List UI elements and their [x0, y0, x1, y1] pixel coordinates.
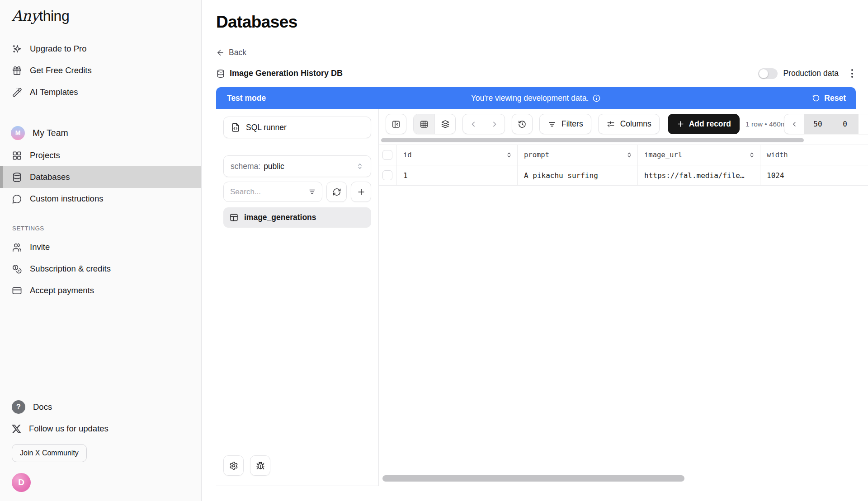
- sidebar-item-get-free-credits[interactable]: Get Free Credits: [0, 60, 201, 81]
- previous-page-button[interactable]: [784, 114, 804, 134]
- cell-width[interactable]: 1024: [760, 165, 868, 185]
- horizontal-scrollbar-top: [381, 138, 865, 142]
- select-all-checkbox[interactable]: [382, 150, 392, 160]
- panel-left-close-icon: [392, 120, 401, 129]
- sidebar-nav: Upgrade to Pro Get Free Credits AI Templ…: [0, 38, 201, 301]
- workspace: SQL runner schema: public: [216, 109, 868, 486]
- gift-icon: [12, 66, 22, 76]
- sidebar-item-databases[interactable]: Databases: [0, 166, 201, 188]
- sidebar-bottom: ? Docs Follow us for updates Join X Comm…: [0, 396, 201, 495]
- sql-runner-button[interactable]: SQL runner: [223, 117, 371, 138]
- next-page-button[interactable]: [859, 114, 868, 134]
- previous-row-button[interactable]: [463, 114, 484, 134]
- wand-icon: [12, 87, 22, 98]
- add-table-button[interactable]: [351, 182, 371, 202]
- gear-icon: [229, 461, 238, 470]
- test-mode-banner: Test mode You're viewing development dat…: [216, 87, 856, 109]
- add-record-button[interactable]: Add record: [668, 114, 740, 134]
- sidebar-item-label: Custom instructions: [30, 194, 103, 204]
- user-avatar[interactable]: D: [12, 473, 31, 492]
- scrollbar-thumb[interactable]: [381, 138, 804, 142]
- banner-message: You're viewing development data.: [216, 94, 856, 103]
- more-options-kebab-icon[interactable]: [849, 67, 856, 80]
- result-stats: 1 row • 460ms: [745, 120, 790, 128]
- sidebar-item-label: Databases: [30, 172, 70, 182]
- app-root: Anything Upgrade to Pro Get Free Credits…: [0, 0, 868, 501]
- brand-logo-rest: thing: [39, 8, 69, 24]
- sort-icon[interactable]: [626, 151, 633, 159]
- refresh-icon: [332, 187, 341, 197]
- column-header-image-url[interactable]: image_url: [638, 145, 760, 165]
- chevrons-up-down-icon: [356, 162, 364, 170]
- columns-button[interactable]: Columns: [598, 114, 660, 134]
- grid-header-row: id prompt image_url width: [379, 145, 868, 165]
- page-offset-value[interactable]: 0: [831, 114, 859, 134]
- file-code-icon: [231, 122, 241, 132]
- column-header-id[interactable]: id: [397, 145, 518, 165]
- filter-icon: [547, 120, 557, 129]
- table-search-row: [223, 182, 371, 202]
- back-link[interactable]: Back: [216, 48, 246, 57]
- collapse-panel-button[interactable]: [386, 114, 406, 134]
- sidebar-item-label: Invite: [30, 242, 50, 252]
- column-header-prompt[interactable]: prompt: [518, 145, 638, 165]
- layers-icon: [441, 120, 450, 129]
- column-header-width[interactable]: width: [760, 145, 868, 165]
- layers-view-button[interactable]: [434, 114, 455, 134]
- refresh-tables-button[interactable]: [326, 182, 347, 202]
- history-button[interactable]: [512, 114, 533, 134]
- data-grid: id prompt image_url width: [379, 145, 868, 186]
- sidebar-item-invite[interactable]: Invite: [0, 236, 201, 258]
- table-list-item-image-generations[interactable]: image_generations: [223, 207, 371, 228]
- cell-image-url[interactable]: https://fal.media/file…: [638, 165, 760, 185]
- sort-icon[interactable]: [748, 151, 755, 159]
- filters-label: Filters: [561, 119, 583, 129]
- team-switcher[interactable]: M My Team: [0, 121, 201, 145]
- filters-button[interactable]: Filters: [539, 114, 591, 134]
- next-row-button[interactable]: [484, 114, 505, 134]
- sidebar-item-subscription-credits[interactable]: Subscription & credits: [0, 258, 201, 280]
- settings-button[interactable]: [223, 455, 244, 476]
- users-icon: [12, 242, 22, 253]
- back-label: Back: [229, 48, 246, 57]
- debug-button[interactable]: [250, 455, 270, 476]
- table-name-label: image_generations: [244, 213, 316, 222]
- banner-message-text: You're viewing development data.: [471, 94, 589, 103]
- database-icon: [12, 172, 22, 183]
- schema-select[interactable]: schema: public: [223, 155, 371, 177]
- sidebar-item-custom-instructions[interactable]: Custom instructions: [0, 188, 201, 210]
- cell-id[interactable]: 1: [397, 165, 518, 185]
- schema-prefix: schema:: [231, 162, 260, 171]
- sidebar-item-label: Subscription & credits: [30, 264, 111, 274]
- column-name: image_url: [644, 151, 682, 159]
- production-data-label: Production data: [783, 69, 839, 78]
- sidebar-item-label: Get Free Credits: [30, 66, 92, 75]
- production-data-toggle[interactable]: [758, 68, 778, 79]
- sidebar-item-upgrade-to-pro[interactable]: Upgrade to Pro: [0, 38, 201, 60]
- database-name-label: Image Generation History DB: [230, 69, 343, 78]
- sidebar-item-label: Accept payments: [30, 286, 94, 295]
- reset-button[interactable]: Reset: [812, 94, 856, 103]
- sparkles-icon: [12, 44, 22, 54]
- team-name: My Team: [33, 128, 68, 138]
- sql-runner-label: SQL runner: [246, 123, 287, 132]
- schema-explorer-panel: SQL runner schema: public: [216, 109, 379, 486]
- sort-icon[interactable]: [505, 151, 513, 159]
- page-size-value[interactable]: 50: [804, 114, 831, 134]
- columns-label: Columns: [620, 119, 651, 129]
- join-community-button[interactable]: Join X Community: [12, 444, 87, 462]
- sidebar-item-label: Upgrade to Pro: [30, 44, 86, 54]
- horizontal-scrollbar-bottom[interactable]: [382, 475, 684, 482]
- table-view-button[interactable]: [414, 114, 434, 134]
- sidebar-item-docs[interactable]: ? Docs: [0, 396, 201, 418]
- sidebar-item-projects[interactable]: Projects: [0, 145, 201, 166]
- cell-prompt[interactable]: A pikachu surfing: [518, 165, 638, 185]
- table-row[interactable]: 1 A pikachu surfing https://fal.media/fi…: [379, 165, 868, 186]
- filter-icon: [308, 187, 316, 196]
- sidebar-item-follow-updates[interactable]: Follow us for updates: [0, 418, 201, 440]
- row-checkbox[interactable]: [382, 170, 392, 180]
- settings-section-heading: SETTINGS: [0, 225, 201, 232]
- sidebar-item-accept-payments[interactable]: Accept payments: [0, 280, 201, 301]
- sidebar-item-ai-templates[interactable]: AI Templates: [0, 81, 201, 103]
- column-name: width: [767, 151, 788, 159]
